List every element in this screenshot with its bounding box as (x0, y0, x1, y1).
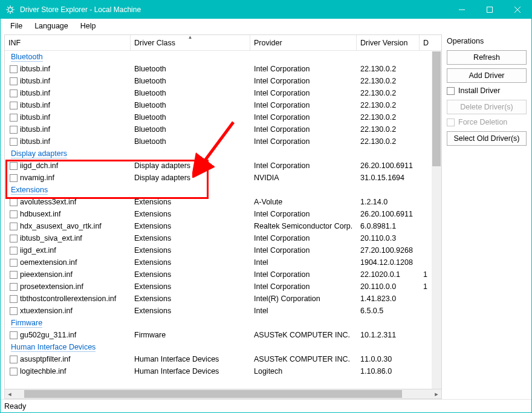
column-header-inf[interactable]: INF (5, 35, 131, 50)
app-window: Driver Store Explorer - Local Machine Fi… (0, 0, 532, 413)
table-row[interactable]: hdbusext.infExtensionsIntel Corporation2… (5, 208, 441, 220)
table-row[interactable]: logitechble.infHuman Interface DevicesLo… (5, 365, 441, 377)
group-header[interactable]: Bluetooth (5, 51, 441, 63)
cell-class: Bluetooth (131, 65, 250, 73)
table-row[interactable]: iigd_ext.infExtensionsIntel Corporation2… (5, 244, 441, 256)
table-row[interactable]: ibtusb_siva_ext.infExtensionsIntel Corpo… (5, 232, 441, 244)
maximize-button[interactable] (476, 1, 504, 19)
group-name: Human Interface Devices (11, 343, 96, 352)
group-header[interactable]: Firmware (5, 317, 441, 329)
table-row[interactable]: ibtusb.infBluetoothIntel Corporation22.1… (5, 123, 441, 135)
vertical-scrollbar[interactable] (432, 51, 441, 389)
cell-class: Extensions (131, 294, 250, 303)
column-header-d[interactable]: D (420, 35, 430, 50)
install-driver-checkbox[interactable]: Install Driver (447, 86, 527, 95)
group-header[interactable]: Human Interface Devices (5, 341, 441, 353)
inf-name: logitechble.inf (20, 367, 66, 376)
select-old-drivers-button[interactable]: Select Old Driver(s) (447, 131, 527, 146)
delete-drivers-button: Delete Driver(s) (447, 100, 527, 114)
cell-inf: logitechble.inf (5, 367, 131, 376)
menu-file[interactable]: File (4, 21, 28, 31)
cell-inf: hdbusext.inf (5, 210, 131, 218)
row-checkbox[interactable] (10, 174, 18, 182)
table-row[interactable]: ibtusb.infBluetoothIntel Corporation22.1… (5, 87, 441, 99)
inf-name: nvamig.inf (20, 174, 54, 182)
table-row[interactable]: pieextension.infExtensionsIntel Corporat… (5, 268, 441, 281)
table-row[interactable]: ibtusb.infBluetoothIntel Corporation22.1… (5, 111, 441, 123)
row-checkbox[interactable] (10, 331, 18, 339)
inf-name: ibtusb.inf (20, 113, 50, 122)
row-checkbox[interactable] (10, 235, 18, 242)
table-row[interactable]: ibtusb.infBluetoothIntel Corporation22.1… (5, 75, 441, 87)
table-row[interactable]: gu502gu_311.infFirmwareASUSTeK COMPUTER … (5, 329, 441, 341)
menu-language[interactable]: Language (28, 21, 74, 31)
row-checkbox[interactable] (10, 198, 18, 206)
driver-grid: INF ▲Driver Class Provider Driver Versio… (4, 34, 442, 389)
row-checkbox[interactable] (10, 271, 18, 279)
cell-class: Human Interface Devices (131, 367, 250, 376)
table-row[interactable]: tbthostcontrollerextension.infExtensions… (5, 293, 441, 305)
cell-version: 11.0.0.30 (357, 355, 420, 363)
row-checkbox[interactable] (10, 295, 18, 303)
add-driver-button[interactable]: Add Driver (447, 68, 527, 83)
table-row[interactable]: avolutess3ext.infExtensionsA-Volute1.2.1… (5, 196, 441, 208)
column-header-class[interactable]: ▲Driver Class (131, 35, 250, 50)
row-checkbox[interactable] (10, 356, 18, 363)
row-checkbox[interactable] (10, 65, 18, 73)
row-checkbox[interactable] (10, 138, 18, 146)
row-checkbox[interactable] (10, 102, 18, 109)
column-header-version[interactable]: Driver Version (357, 35, 420, 50)
cell-inf: avolutess3ext.inf (5, 198, 131, 206)
hscroll-track[interactable] (24, 389, 422, 398)
menu-help[interactable]: Help (74, 21, 102, 31)
table-row[interactable]: hdx_asusext_avo_rtk.infExtensionsRealtek… (5, 220, 441, 232)
inf-name: pieextension.inf (20, 270, 73, 279)
cell-inf: oemextension.inf (5, 258, 131, 267)
inf-name: tbthostcontrollerextension.inf (20, 294, 116, 303)
hscroll-right-arrow-icon[interactable]: ► (432, 389, 441, 399)
row-checkbox[interactable] (10, 210, 18, 218)
table-row[interactable]: ibtusb.infBluetoothIntel Corporation22.1… (5, 63, 441, 75)
vertical-scroll-thumb[interactable] (432, 51, 441, 166)
cell-class: Bluetooth (131, 77, 250, 85)
row-checkbox[interactable] (10, 368, 18, 376)
table-row[interactable]: nvamig.infDisplay adaptersNVIDIA31.0.15.… (5, 172, 441, 184)
table-row[interactable]: xtuextension.infExtensionsIntel6.5.0.5 (5, 305, 441, 317)
table-row[interactable]: prosetextension.infExtensionsIntel Corpo… (5, 281, 441, 293)
row-checkbox[interactable] (10, 77, 18, 85)
row-checkbox[interactable] (10, 114, 18, 122)
row-checkbox[interactable] (10, 126, 18, 134)
close-button[interactable] (504, 1, 531, 19)
column-header-provider[interactable]: Provider (250, 35, 357, 50)
inf-name: ibtusb.inf (20, 125, 50, 134)
cell-inf: prosetextension.inf (5, 282, 131, 291)
table-row[interactable]: iigd_dch.infDisplay adaptersIntel Corpor… (5, 160, 441, 172)
row-checkbox[interactable] (10, 247, 18, 255)
hscroll-left-arrow-icon[interactable]: ◄ (5, 389, 15, 399)
row-checkbox[interactable] (10, 223, 18, 230)
row-checkbox[interactable] (10, 283, 18, 291)
group-header[interactable]: Extensions (5, 184, 441, 196)
refresh-button[interactable]: Refresh (447, 50, 527, 65)
grid-body[interactable]: Bluetoothibtusb.infBluetoothIntel Corpor… (5, 51, 441, 389)
cell-version: 20.110.0.0 (357, 282, 420, 291)
minimize-button[interactable] (448, 1, 476, 19)
group-header[interactable]: Display adapters (5, 148, 441, 160)
horizontal-scroll-thumb[interactable] (24, 390, 402, 398)
cell-provider: Logitech (250, 367, 357, 376)
horizontal-scrollbar[interactable]: ◄ ► (4, 389, 442, 399)
row-checkbox[interactable] (10, 259, 18, 267)
table-row[interactable]: oemextension.infExtensionsIntel1904.12.0… (5, 256, 441, 268)
table-row[interactable]: ibtusb.infBluetoothIntel Corporation22.1… (5, 135, 441, 148)
force-deletion-checkbox: Force Deletion (447, 118, 527, 126)
inf-name: gu502gu_311.inf (20, 331, 76, 339)
table-row[interactable]: asusptpfilter.infHuman Interface Devices… (5, 353, 441, 365)
cell-class: Extensions (131, 246, 250, 255)
row-checkbox[interactable] (10, 162, 18, 170)
row-checkbox[interactable] (10, 89, 18, 97)
checkbox-icon (447, 119, 455, 126)
table-row[interactable]: ibtusb.infBluetoothIntel Corporation22.1… (5, 99, 441, 111)
inf-name: ibtusb.inf (20, 137, 50, 146)
row-checkbox[interactable] (10, 307, 18, 315)
cell-provider: Intel Corporation (250, 89, 357, 97)
